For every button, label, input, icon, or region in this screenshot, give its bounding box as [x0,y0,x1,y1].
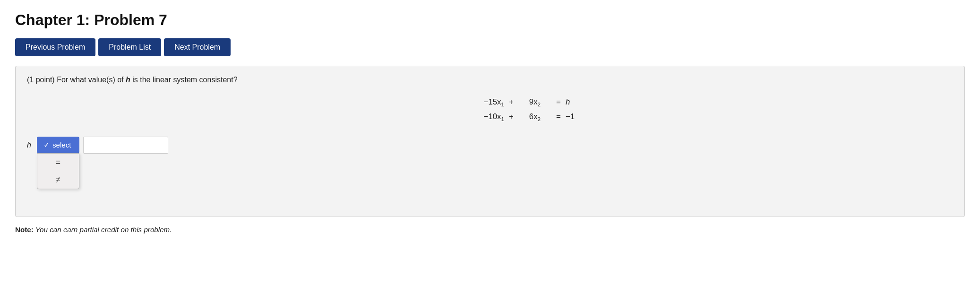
answer-row: h ✓ select = ≠ [27,137,953,154]
note-label: Note: [15,226,34,234]
points-label: (1 point) [27,76,55,84]
equations: −15x1 + 9x2 = h −10x1 + 6x2 = −1 [121,97,953,122]
dropdown-selected-label: select [52,141,71,149]
dropdown-container: ✓ select = ≠ [37,137,79,153]
checkmark-icon: ✓ [43,140,50,149]
problem-box: (1 point) For what value(s) of h is the … [15,66,965,217]
dropdown-option-equals[interactable]: = [37,154,79,171]
answer-input[interactable] [83,137,168,154]
next-problem-button[interactable]: Next Problem [164,38,231,56]
eq1-term1: −15x1 [447,97,504,107]
dropdown-button[interactable]: ✓ select [37,137,79,153]
page-title: Chapter 1: Problem 7 [15,11,965,29]
eq1-rhs: h [566,97,585,107]
eq2-op1: + [504,112,518,122]
note-content: You can earn partial credit on this prob… [35,226,172,234]
variable-h: h [126,76,130,84]
note-text: Note: You can earn partial credit on thi… [15,226,965,234]
prev-problem-button[interactable]: Previous Problem [15,38,95,56]
dropdown-menu: = ≠ [37,153,79,189]
eq1-op1: + [504,97,518,107]
eq2-term2: 6x2 [518,112,551,122]
answer-h-label: h [27,141,31,149]
eq2-rhs: −1 [566,112,585,122]
eq1-equals: = [551,97,566,107]
eq2-term1: −10x1 [447,112,504,122]
eq1-term2: 9x2 [518,97,551,107]
question-text: For what value(s) of h is the linear sys… [57,76,237,84]
nav-buttons: Previous Problem Problem List Next Probl… [15,38,965,56]
problem-list-button[interactable]: Problem List [98,38,161,56]
problem-statement: (1 point) For what value(s) of h is the … [27,76,953,84]
equation-2: −10x1 + 6x2 = −1 [447,112,627,122]
eq2-equals: = [551,112,566,122]
equation-1: −15x1 + 9x2 = h [447,97,627,107]
dropdown-option-notequals[interactable]: ≠ [37,171,79,189]
